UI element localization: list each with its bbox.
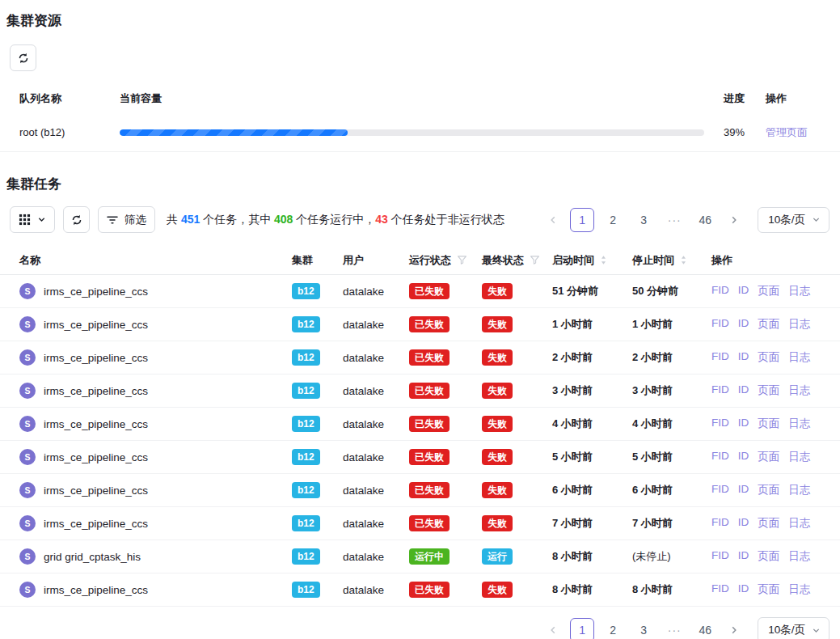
pagination-prev[interactable] xyxy=(542,618,564,639)
run-status-badge: 已失败 xyxy=(409,449,450,465)
action-link[interactable]: ID xyxy=(738,549,749,564)
tasks-refresh-button[interactable] xyxy=(63,206,90,233)
action-link[interactable]: ID xyxy=(738,284,749,298)
progress-percent: 39% xyxy=(724,126,766,138)
cluster-badge: b12 xyxy=(292,548,320,565)
pagination-ellipsis: ··· xyxy=(662,618,686,639)
task-row: S irms_ce_pipeline_ccs b12 datalake 已失败 … xyxy=(0,573,840,607)
task-name: irms_ce_pipeline_ccs xyxy=(44,286,148,298)
pagination-page[interactable]: 1 xyxy=(570,618,594,639)
pagination-page[interactable]: 2 xyxy=(601,208,625,232)
task-count-running: 408 xyxy=(274,213,293,226)
page-size-select[interactable]: 10条/页 xyxy=(758,207,829,233)
action-link[interactable]: ID xyxy=(738,483,749,497)
start-time: 8 小时前 xyxy=(552,582,632,597)
action-link[interactable]: 日志 xyxy=(788,350,810,365)
chevron-down-icon xyxy=(812,626,821,635)
final-status-badge: 失败 xyxy=(482,582,513,598)
action-link[interactable]: ID xyxy=(738,317,749,332)
action-link[interactable]: FID xyxy=(711,317,729,332)
action-link[interactable]: FID xyxy=(711,516,729,531)
action-link[interactable]: 日志 xyxy=(788,284,810,298)
action-link[interactable]: ID xyxy=(738,582,749,597)
task-user: datalake xyxy=(343,451,409,463)
col-resource-actions: 操作 xyxy=(766,91,834,106)
funnel-filter-icon[interactable] xyxy=(530,255,540,265)
task-actions: FIDID页面日志 xyxy=(711,350,834,365)
action-link[interactable]: 日志 xyxy=(788,417,810,431)
task-name-cell: S irms_ce_pipeline_ccs xyxy=(19,515,292,531)
run-status-badge: 已失败 xyxy=(409,349,450,366)
page-size-value: 10条/页 xyxy=(768,213,805,227)
action-link[interactable]: 页面 xyxy=(758,516,779,531)
resources-title: 集群资源 xyxy=(6,11,840,30)
action-link[interactable]: 日志 xyxy=(788,383,810,398)
action-link[interactable]: FID xyxy=(711,582,729,597)
run-status-badge: 运行中 xyxy=(409,548,450,565)
action-link[interactable]: 页面 xyxy=(758,317,779,332)
pagination-page[interactable]: 46 xyxy=(693,618,717,639)
action-link[interactable]: 页面 xyxy=(758,284,779,298)
sorter-icon[interactable] xyxy=(680,255,687,265)
action-link[interactable]: FID xyxy=(711,417,729,431)
cluster-badge: b12 xyxy=(292,416,320,432)
stop-time: 8 小时前 xyxy=(632,582,711,597)
action-link[interactable]: 日志 xyxy=(788,317,810,332)
page-size-select[interactable]: 10条/页 xyxy=(758,617,829,639)
pagination-page[interactable]: 3 xyxy=(631,208,656,232)
action-link[interactable]: 页面 xyxy=(758,350,779,365)
tasks-table: 名称 集群 用户 运行状态 最终状态 启动时间 xyxy=(0,246,840,607)
run-status-badge: 已失败 xyxy=(409,482,450,498)
tasks-table-header: 名称 集群 用户 运行状态 最终状态 启动时间 xyxy=(0,246,840,275)
action-link[interactable]: 页面 xyxy=(758,417,779,431)
pagination-page[interactable]: 46 xyxy=(693,208,717,232)
pagination-prev[interactable] xyxy=(542,208,564,232)
action-link[interactable]: ID xyxy=(738,516,749,531)
action-link[interactable]: FID xyxy=(711,483,729,497)
col-actions: 操作 xyxy=(711,253,834,268)
pagination-next[interactable] xyxy=(724,618,745,639)
pagination-next[interactable] xyxy=(724,208,745,232)
start-time: 5 小时前 xyxy=(552,450,632,464)
action-link[interactable]: ID xyxy=(738,417,749,431)
column-settings-button[interactable] xyxy=(10,206,55,233)
start-time: 8 小时前 xyxy=(552,549,632,564)
action-link[interactable]: FID xyxy=(711,350,729,365)
action-link[interactable]: ID xyxy=(738,450,749,464)
stop-time: 5 小时前 xyxy=(632,450,711,464)
avatar: S xyxy=(19,283,36,299)
funnel-filter-icon[interactable] xyxy=(457,255,467,265)
action-link[interactable]: 页面 xyxy=(758,450,779,464)
pagination-page[interactable]: 1 xyxy=(570,208,594,232)
task-name: irms_ce_pipeline_ccs xyxy=(44,319,148,331)
task-user: datalake xyxy=(343,551,409,563)
pagination-page[interactable]: 2 xyxy=(601,618,625,639)
action-link[interactable]: FID xyxy=(711,549,729,564)
action-link[interactable]: ID xyxy=(738,383,749,398)
action-link[interactable]: 日志 xyxy=(788,483,810,497)
action-link[interactable]: 日志 xyxy=(788,582,810,597)
resources-refresh-button[interactable] xyxy=(10,44,36,71)
action-link[interactable]: ID xyxy=(738,350,749,365)
action-link[interactable]: 页面 xyxy=(758,582,779,597)
action-link[interactable]: 日志 xyxy=(788,450,810,464)
action-link[interactable]: 日志 xyxy=(788,549,810,564)
pagination-ellipsis: ··· xyxy=(662,208,686,232)
task-row: S irms_ce_pipeline_ccs b12 datalake 已失败 … xyxy=(0,408,840,441)
action-link[interactable]: 页面 xyxy=(758,383,779,398)
final-status-badge: 失败 xyxy=(482,383,513,399)
action-link[interactable]: FID xyxy=(711,383,729,398)
action-link[interactable]: FID xyxy=(711,284,729,298)
action-link[interactable]: FID xyxy=(711,450,729,464)
run-status-badge: 已失败 xyxy=(409,582,450,598)
action-link[interactable]: 页面 xyxy=(758,549,779,564)
pagination-page[interactable]: 3 xyxy=(631,618,656,639)
action-link[interactable]: 日志 xyxy=(788,516,810,531)
task-name-cell: S grid grid_cptask_his xyxy=(19,548,292,565)
sorter-icon[interactable] xyxy=(600,255,607,265)
cluster-badge: b12 xyxy=(292,482,320,498)
action-link[interactable]: 页面 xyxy=(758,483,779,497)
final-status-badge: 失败 xyxy=(482,449,513,465)
filter-button[interactable]: 筛选 xyxy=(98,206,155,233)
manage-page-link[interactable]: 管理页面 xyxy=(766,126,808,138)
